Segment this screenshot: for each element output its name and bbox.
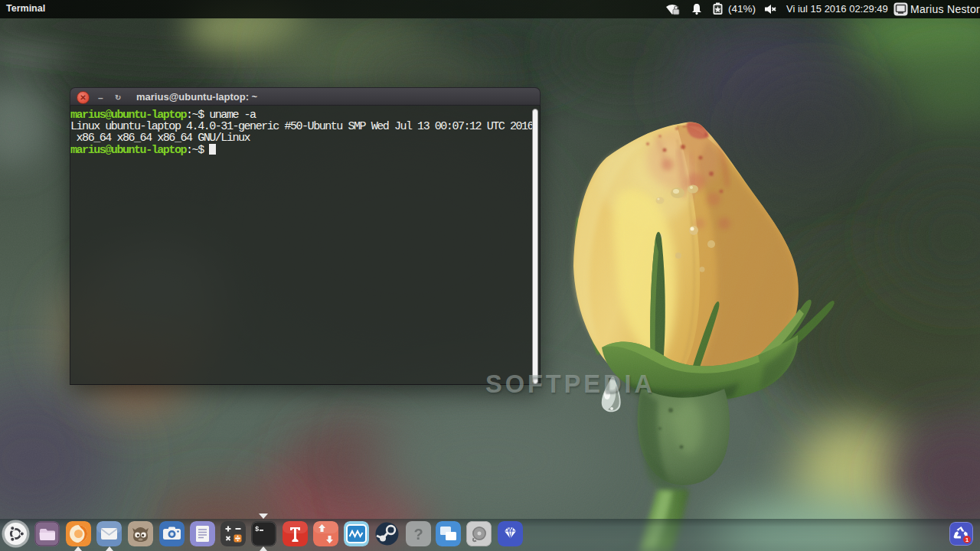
svg-text:1: 1 [965,536,969,543]
svg-text:$: $ [255,526,260,533]
svg-text:?: ? [413,526,423,543]
